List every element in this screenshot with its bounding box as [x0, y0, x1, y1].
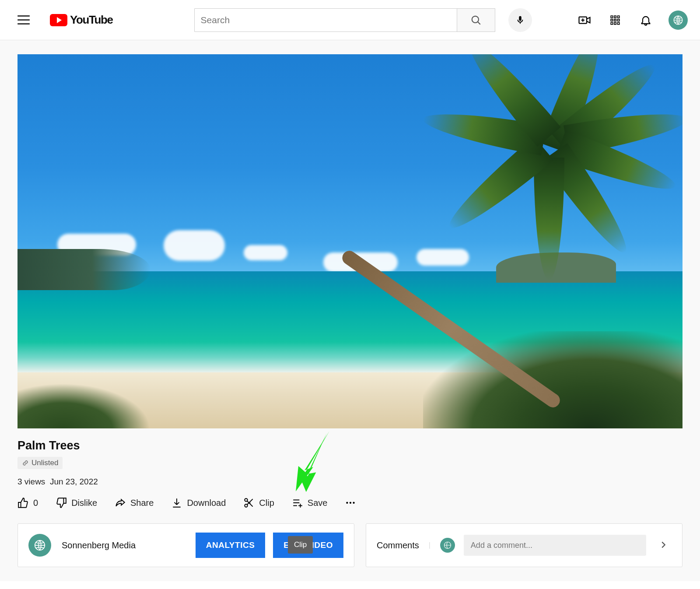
link-icon — [22, 459, 29, 466]
svg-rect-7 — [617, 16, 619, 18]
video-player[interactable] — [18, 54, 682, 428]
account-avatar[interactable] — [668, 11, 688, 30]
save-button[interactable]: Save — [292, 497, 328, 508]
scissors-icon — [243, 497, 255, 508]
dislike-label: Dislike — [71, 498, 97, 508]
upload-date: Jun 23, 2022 — [50, 477, 98, 486]
svg-rect-9 — [614, 19, 616, 21]
voice-search-button[interactable] — [508, 8, 532, 32]
more-horizontal-icon — [345, 497, 356, 508]
svg-rect-6 — [614, 16, 616, 18]
thumbs-down-icon — [56, 497, 67, 508]
expand-comments-button[interactable] — [655, 536, 672, 554]
view-count: 3 views — [18, 477, 45, 486]
like-count: 0 — [33, 498, 38, 508]
share-label: Share — [130, 498, 154, 508]
share-icon — [115, 497, 126, 508]
thumbs-up-icon — [18, 497, 29, 508]
notifications-button[interactable] — [638, 12, 654, 28]
svg-point-23 — [350, 502, 351, 504]
search-bar — [194, 8, 495, 32]
apps-grid-icon — [609, 14, 621, 26]
comment-input[interactable] — [464, 535, 646, 556]
svg-rect-10 — [617, 19, 619, 21]
search-icon — [470, 14, 482, 26]
channel-avatar[interactable] — [28, 534, 51, 557]
header: YouTube — [0, 0, 700, 40]
bell-icon — [640, 14, 652, 26]
avatar-pattern-icon — [443, 541, 452, 550]
clip-label: Clip — [259, 498, 274, 508]
privacy-label: Unlisted — [32, 459, 58, 467]
comments-label: Comments — [377, 540, 419, 550]
video-stats: 3 views Jun 23, 2022 — [18, 477, 682, 487]
svg-line-1 — [478, 22, 480, 24]
save-label: Save — [308, 498, 328, 508]
clip-tooltip: Clip — [288, 536, 313, 554]
microphone-icon — [515, 15, 525, 25]
bottom-row: Sonnenberg Media ANALYTICS EDIT VIDEO Co… — [18, 523, 682, 567]
svg-point-15 — [245, 498, 248, 501]
download-label: Download — [187, 498, 226, 508]
analytics-button[interactable]: ANALYTICS — [196, 533, 265, 558]
svg-rect-11 — [611, 22, 612, 24]
svg-point-22 — [346, 502, 348, 504]
dislike-button[interactable]: Dislike — [56, 497, 97, 508]
like-button[interactable]: 0 — [18, 497, 38, 508]
svg-rect-13 — [617, 22, 619, 24]
download-icon — [171, 497, 182, 508]
channel-name[interactable]: Sonnenberg Media — [62, 540, 136, 550]
svg-point-0 — [472, 16, 478, 22]
video-title: Palm Trees — [18, 439, 682, 452]
svg-rect-5 — [611, 16, 612, 18]
playlist-add-icon — [292, 497, 303, 508]
apps-button[interactable] — [607, 12, 623, 28]
privacy-badge[interactable]: Unlisted — [18, 457, 63, 469]
create-video-icon — [578, 14, 591, 27]
action-bar: 0 Dislike Share Download Clip Save — [18, 497, 682, 508]
svg-rect-8 — [611, 19, 612, 21]
commenter-avatar[interactable] — [440, 538, 455, 553]
video-metadata: Palm Trees Unlisted 3 views Jun 23, 2022… — [18, 439, 682, 508]
download-button[interactable]: Download — [171, 497, 226, 508]
search-input[interactable] — [194, 8, 457, 32]
youtube-logo[interactable]: YouTube — [50, 13, 113, 27]
svg-point-16 — [245, 504, 248, 507]
clip-button[interactable]: Clip — [243, 497, 274, 508]
logo-text: YouTube — [70, 13, 113, 27]
hamburger-menu-button[interactable] — [12, 14, 35, 26]
create-button[interactable] — [577, 12, 592, 28]
avatar-pattern-icon — [672, 14, 684, 26]
content-area: Palm Trees Unlisted 3 views Jun 23, 2022… — [0, 40, 700, 581]
share-button[interactable]: Share — [115, 497, 154, 508]
chevron-right-icon — [658, 540, 668, 550]
avatar-pattern-icon — [33, 539, 46, 552]
svg-rect-12 — [614, 22, 616, 24]
comments-card: Comments | — [366, 523, 682, 567]
svg-point-24 — [353, 502, 355, 504]
more-actions-button[interactable] — [345, 497, 356, 508]
search-button[interactable] — [457, 8, 495, 32]
